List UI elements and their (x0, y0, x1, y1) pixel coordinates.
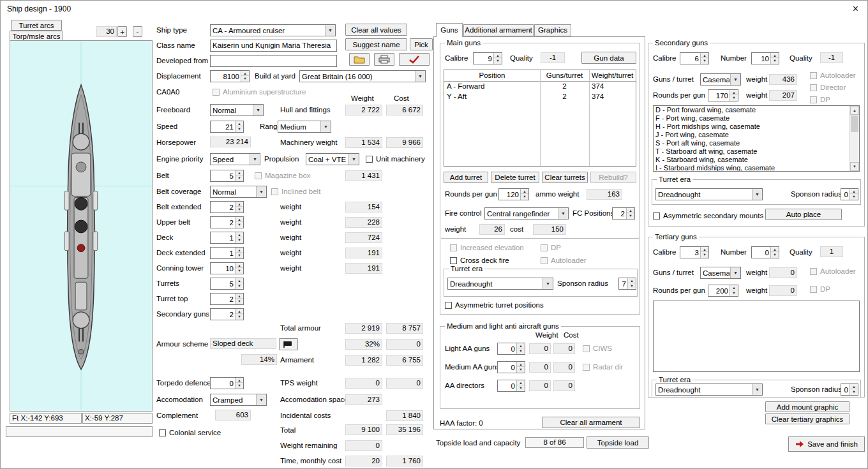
belt-spinner[interactable]: 5▲▼ (210, 170, 244, 182)
secondary-rounds-spinner[interactable]: 170▲▼ (708, 89, 738, 101)
scroll-down-icon[interactable]: ▼ (850, 162, 859, 171)
spin-up-icon[interactable]: ▲ (236, 294, 243, 299)
list-item[interactable]: D - Port forward wing, casemate (654, 106, 859, 114)
spin-down-icon[interactable]: ▼ (701, 252, 708, 257)
fire-control-dropdown[interactable]: Central rangefinder▼ (484, 207, 569, 220)
developed-from-input[interactable] (210, 55, 337, 67)
secondary-guns-armour-spinner[interactable]: 2▲▼ (210, 308, 244, 320)
belt-extended-spinner[interactable]: 2▲▼ (210, 201, 244, 213)
conning-tower-spinner[interactable]: 10▲▼ (210, 262, 244, 274)
turret-top-spinner[interactable]: 2▲▼ (210, 293, 244, 305)
clear-turrets-button[interactable]: Clear turrets (542, 172, 588, 183)
save-and-finish-button[interactable]: Save and finish (788, 436, 865, 452)
secondary-number-spinner[interactable]: 10▲▼ (751, 52, 779, 64)
spin-up-icon[interactable]: ▲ (236, 248, 243, 253)
spin-up-icon[interactable]: ▲ (701, 53, 708, 58)
tab-additional-armament[interactable]: Additional armament (463, 24, 534, 36)
list-item[interactable]: K - Starboard wing, casemate (654, 156, 859, 164)
tertiary-calibre-spinner[interactable]: 3▲▼ (680, 246, 709, 258)
upper-belt-spinner[interactable]: 2▲▼ (210, 216, 244, 228)
armour-scheme-picture-button[interactable] (279, 338, 298, 350)
list-item[interactable]: T - Starboard aft wing, casemate (654, 147, 859, 156)
spin-up-icon[interactable]: ▲ (771, 247, 779, 252)
dropdown-arrow-icon[interactable]: ▼ (415, 71, 425, 82)
spin-down-icon[interactable]: ▼ (236, 314, 243, 319)
dropdown-arrow-icon[interactable]: ▼ (752, 384, 762, 395)
spin-down-icon[interactable]: ▼ (236, 299, 243, 304)
light-aa-spinner[interactable]: 0▲▼ (497, 343, 525, 355)
spin-down-icon[interactable]: ▼ (521, 194, 528, 199)
spin-up-icon[interactable]: ▲ (701, 247, 708, 252)
ship-design-canvas[interactable] (10, 40, 153, 412)
cross-deck-fire-checkbox[interactable]: Cross deck fire (450, 256, 509, 265)
spin-up-icon[interactable]: ▲ (241, 71, 249, 76)
spin-up-icon[interactable]: ▲ (236, 202, 243, 207)
belt-coverage-dropdown[interactable]: Normal▼ (210, 186, 267, 198)
spin-down-icon[interactable]: ▼ (236, 237, 243, 242)
scroll-up-icon[interactable]: ▲ (850, 106, 859, 115)
dropdown-arrow-icon[interactable]: ▼ (325, 25, 335, 36)
spin-up-icon[interactable]: ▲ (236, 263, 243, 268)
list-item[interactable]: H - Port midships wing, casemate (654, 123, 859, 131)
spin-down-icon[interactable]: ▼ (236, 126, 243, 131)
tab-graphics[interactable]: Graphics (534, 24, 571, 36)
spin-up-icon[interactable]: ▲ (628, 278, 636, 283)
dropdown-arrow-icon[interactable]: ▼ (256, 186, 266, 197)
spin-down-icon[interactable]: ▼ (627, 213, 634, 218)
spin-up-icon[interactable]: ▲ (494, 53, 502, 58)
spin-down-icon[interactable]: ▼ (517, 367, 525, 372)
tertiary-mount-dropdown[interactable]: Casemat▼ (700, 267, 741, 279)
dropdown-arrow-icon[interactable]: ▼ (253, 105, 263, 115)
clear-tertiary-graphics-button[interactable]: Clear tertiary graphics (765, 413, 849, 424)
dropdown-arrow-icon[interactable]: ▼ (250, 154, 260, 165)
spin-down-icon[interactable]: ▼ (236, 222, 243, 227)
spin-up-icon[interactable]: ▲ (517, 343, 525, 348)
accomodation-dropdown[interactable]: Cramped▼ (210, 394, 267, 406)
asymmetric-turret-positions-checkbox[interactable]: Asymmetric turret positions (445, 301, 544, 309)
spin-down-icon[interactable]: ▼ (236, 253, 243, 258)
spin-up-icon[interactable]: ▲ (236, 232, 243, 237)
spin-up-icon[interactable]: ▲ (517, 380, 525, 385)
asymmetric-secondary-mounts-checkbox[interactable]: Asymmetric secondary mounts (653, 211, 763, 220)
scroll-thumb[interactable] (851, 115, 858, 132)
spin-up-icon[interactable]: ▲ (850, 189, 858, 194)
spin-down-icon[interactable]: ▼ (236, 175, 243, 181)
spin-up-icon[interactable]: ▲ (236, 121, 243, 126)
deck-extended-spinner[interactable]: 1▲▼ (210, 247, 244, 259)
delete-turret-button[interactable]: Delete turret (491, 172, 539, 183)
dropdown-arrow-icon[interactable]: ▼ (752, 189, 762, 200)
tertiary-sponson-radius-spinner[interactable]: 0▲▼ (841, 383, 858, 396)
spin-down-icon[interactable]: ▼ (236, 268, 243, 273)
secondary-turret-era-dropdown[interactable]: Dreadnought▼ (655, 188, 763, 200)
spin-up-icon[interactable]: ▲ (521, 189, 528, 194)
spin-down-icon[interactable]: ▼ (850, 389, 858, 394)
unit-machinery-checkbox[interactable]: Unit machinery (366, 154, 425, 163)
dropdown-arrow-icon[interactable]: ▼ (542, 278, 553, 289)
spin-up-icon[interactable]: ▲ (517, 362, 525, 367)
spin-up-icon[interactable]: ▲ (730, 285, 738, 290)
list-item[interactable]: F - Port wing, casemate (654, 114, 859, 123)
spin-up-icon[interactable]: ▲ (236, 378, 243, 383)
spin-up-icon[interactable]: ▲ (850, 384, 858, 389)
ship-type-dropdown[interactable]: CA - Armoured cruiser▼ (210, 24, 336, 36)
confirm-design-button[interactable] (399, 53, 430, 66)
main-sponson-radius-spinner[interactable]: 7▲▼ (618, 278, 636, 290)
spin-up-icon[interactable]: ▲ (730, 90, 738, 95)
spin-down-icon[interactable]: ▼ (730, 95, 738, 100)
spin-up-icon[interactable]: ▲ (771, 53, 779, 58)
spin-up-icon[interactable]: ▲ (627, 208, 634, 213)
dropdown-arrow-icon[interactable]: ▼ (256, 394, 266, 405)
deck-spinner[interactable]: 1▲▼ (210, 232, 244, 244)
fc-positions-spinner[interactable]: 2▲▼ (612, 207, 635, 220)
spin-down-icon[interactable]: ▼ (241, 76, 249, 81)
spin-down-icon[interactable]: ▼ (236, 283, 243, 288)
spin-down-icon[interactable]: ▼ (236, 383, 243, 388)
spin-down-icon[interactable]: ▼ (628, 283, 636, 288)
spin-down-icon[interactable]: ▼ (701, 58, 708, 63)
class-name-input[interactable]: Kaiserin und Kųnigin Maria Theresia (210, 40, 337, 52)
spin-up-icon[interactable]: ▲ (236, 217, 243, 222)
tab-guns[interactable]: Guns (436, 23, 463, 37)
spin-down-icon[interactable]: ▼ (517, 385, 525, 391)
dropdown-arrow-icon[interactable]: ▼ (730, 267, 740, 278)
main-turret-era-dropdown[interactable]: Dreadnought▼ (447, 278, 553, 290)
